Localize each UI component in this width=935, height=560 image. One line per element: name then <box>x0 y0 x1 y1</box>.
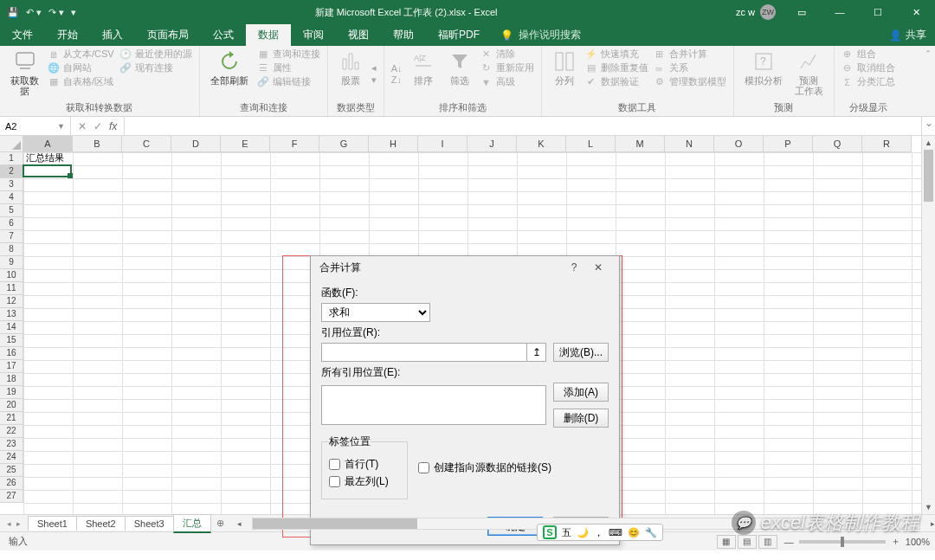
row-header[interactable]: 23 <box>0 438 23 451</box>
ime-icon[interactable]: 🔧 <box>645 527 657 538</box>
references-listbox[interactable] <box>321 385 546 425</box>
get-data-button[interactable]: 获取数 据 <box>7 48 42 98</box>
tab-file[interactable]: 文件 <box>0 24 45 46</box>
flash-fill[interactable]: ⚡快速填充 <box>585 48 648 61</box>
row-header[interactable]: 26 <box>0 477 23 490</box>
scroll-right-icon[interactable]: ▸ <box>931 519 935 528</box>
expand-formula-icon[interactable]: ⌄ <box>921 117 935 135</box>
subtotal-button[interactable]: Σ分类汇总 <box>842 75 895 88</box>
delete-button[interactable]: 删除(D) <box>553 409 609 428</box>
maximize-button[interactable]: ☐ <box>859 2 897 23</box>
row-header[interactable]: 10 <box>0 269 23 282</box>
sheet-tab[interactable]: Sheet2 <box>76 516 126 531</box>
zoom-control[interactable]: — ＋ 100% <box>784 535 930 548</box>
row-header[interactable]: 1 <box>0 152 23 165</box>
datatype-nav[interactable]: ▾ <box>371 74 377 86</box>
existing-connections[interactable]: 🔗现有连接 <box>119 61 192 74</box>
properties[interactable]: ☰属性 <box>257 61 320 74</box>
formula-input[interactable] <box>125 117 921 135</box>
sheet-nav[interactable]: ◂▸ <box>0 519 29 528</box>
share-button[interactable]: 👤 共享 <box>880 24 935 46</box>
column-header[interactable]: P <box>764 136 813 152</box>
row-header[interactable]: 9 <box>0 256 23 269</box>
ime-icon[interactable]: 😊 <box>628 527 640 538</box>
queries-connections[interactable]: ▦查询和连接 <box>257 48 320 61</box>
create-links-checkbox[interactable] <box>418 462 429 473</box>
dialog-titlebar[interactable]: 合并计算 ? ✕ <box>311 256 619 279</box>
row-header[interactable]: 17 <box>0 360 23 373</box>
sheet-tab[interactable]: Sheet1 <box>28 516 77 531</box>
ime-mode[interactable]: 五 <box>562 526 571 539</box>
column-header[interactable]: N <box>665 136 714 152</box>
from-text-csv[interactable]: 🗎从文本/CSV <box>48 48 114 61</box>
scroll-thumb[interactable] <box>924 150 933 202</box>
row-header[interactable]: 21 <box>0 412 23 425</box>
row-header[interactable]: 16 <box>0 347 23 360</box>
collapse-ribbon-icon[interactable]: ˆ <box>921 46 935 116</box>
column-header[interactable]: F <box>270 136 319 152</box>
consolidate[interactable]: ⊞合并计算 <box>654 48 726 61</box>
ime-icon[interactable]: 🌙 <box>577 527 589 538</box>
zoom-slider[interactable] <box>799 540 886 544</box>
tab-data[interactable]: 数据 <box>246 24 291 46</box>
function-select[interactable]: 求和 <box>321 303 430 322</box>
page-layout-icon[interactable]: ▤ <box>738 535 757 549</box>
text-to-columns-button[interactable]: 分列 <box>549 48 580 87</box>
column-header[interactable]: R <box>862 136 912 152</box>
scroll-left-icon[interactable]: ◂ <box>237 519 242 528</box>
sort-button[interactable]: A|Z 排序 <box>408 48 439 87</box>
hscroll-thumb[interactable] <box>253 518 417 529</box>
column-header[interactable]: C <box>122 136 171 152</box>
row-header[interactable]: 25 <box>0 464 23 477</box>
column-header[interactable]: D <box>171 136 221 152</box>
name-box[interactable]: A2 ▼ <box>0 117 71 135</box>
cancel-formula-icon[interactable]: ✕ <box>78 120 87 132</box>
relationships[interactable]: ∞关系 <box>654 61 726 74</box>
undo-icon[interactable]: ↶ ▾ <box>24 7 43 18</box>
ime-icon[interactable]: ⌨ <box>609 527 622 538</box>
whatif-button[interactable]: ?模拟分析 <box>741 48 786 87</box>
row-header[interactable]: 3 <box>0 178 23 191</box>
fx-icon[interactable]: fx <box>109 120 117 132</box>
row-header[interactable]: 5 <box>0 204 23 217</box>
sort-asc-icon[interactable]: A↓ <box>391 63 403 74</box>
ribbon-display-icon[interactable]: ▭ <box>783 2 821 23</box>
ime-toolbar[interactable]: S 五 🌙 ， ⌨ 😊 🔧 <box>537 524 663 541</box>
chevron-down-icon[interactable]: ▼ <box>57 122 65 131</box>
ime-icon[interactable]: ， <box>594 526 603 539</box>
ungroup-button[interactable]: ⊖取消组合 <box>842 61 895 74</box>
row-header[interactable]: 7 <box>0 230 23 243</box>
row-header[interactable]: 24 <box>0 451 23 464</box>
add-button[interactable]: 添加(A) <box>553 383 609 402</box>
tab-review[interactable]: 审阅 <box>291 24 336 46</box>
column-header[interactable]: J <box>468 136 517 152</box>
row-header[interactable]: 11 <box>0 282 23 295</box>
avatar[interactable]: ZW <box>760 4 776 20</box>
sheet-tab[interactable]: Sheet3 <box>125 516 174 531</box>
row-header[interactable]: 15 <box>0 334 23 347</box>
filter-button[interactable]: 筛选 <box>444 48 475 87</box>
reference-input[interactable] <box>321 343 527 362</box>
advanced-filter[interactable]: ▼高级 <box>480 75 534 88</box>
enter-formula-icon[interactable]: ✓ <box>94 120 102 132</box>
save-icon[interactable]: 💾 <box>5 7 21 18</box>
stocks-button[interactable]: 股票 <box>335 48 366 87</box>
tab-view[interactable]: 视图 <box>336 24 381 46</box>
tell-me[interactable]: 💡 操作说明搜索 <box>500 24 581 46</box>
dialog-close-button[interactable]: ✕ <box>586 261 610 274</box>
edit-links[interactable]: 🔗编辑链接 <box>257 75 320 88</box>
vertical-scrollbar[interactable]: ▲ ▼ <box>921 136 935 514</box>
new-sheet-button[interactable]: ⊕ <box>211 518 230 529</box>
redo-icon[interactable]: ↷ ▾ <box>47 7 66 18</box>
scroll-up-icon[interactable]: ▲ <box>922 136 935 150</box>
column-header[interactable]: K <box>517 136 566 152</box>
tab-pagelayout[interactable]: 页面布局 <box>135 24 201 46</box>
data-validation[interactable]: ✔数据验证 <box>585 75 648 88</box>
row-header[interactable]: 14 <box>0 321 23 334</box>
column-header[interactable]: L <box>566 136 616 152</box>
row-header[interactable]: 22 <box>0 425 23 438</box>
zoom-value[interactable]: 100% <box>906 537 930 547</box>
scroll-down-icon[interactable]: ▼ <box>922 500 935 514</box>
clear-filter[interactable]: ✕清除 <box>480 48 534 61</box>
normal-view-icon[interactable]: ▦ <box>717 535 736 549</box>
